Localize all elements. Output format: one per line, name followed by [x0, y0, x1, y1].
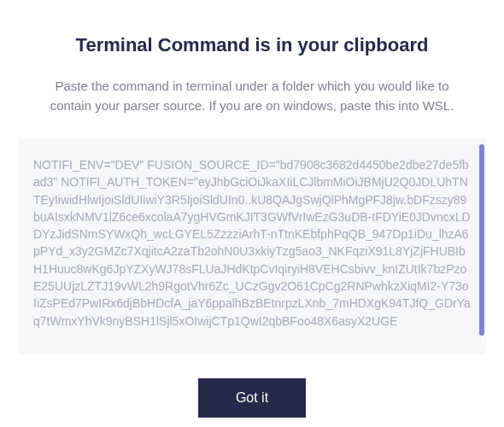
page-subtitle: Paste the command in terminal under a fo…: [34, 77, 470, 115]
got-it-button[interactable]: Got it: [198, 378, 306, 418]
code-block-container: NOTIFI_ENV="DEV" FUSION_SOURCE_ID="bd790…: [18, 139, 486, 354]
terminal-command-code[interactable]: NOTIFI_ENV="DEV" FUSION_SOURCE_ID="bd790…: [18, 139, 486, 354]
page-title: Terminal Command is in your clipboard: [76, 34, 429, 56]
scrollbar-thumb[interactable]: [479, 144, 484, 336]
scrollbar-track: [479, 144, 484, 349]
